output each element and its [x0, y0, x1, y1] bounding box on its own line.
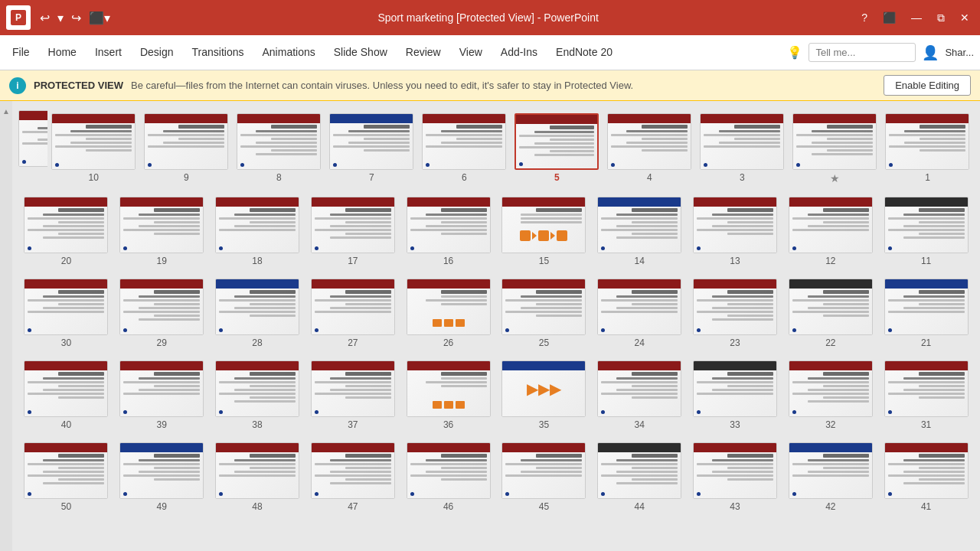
slide-item-29[interactable]: 29	[114, 276, 210, 351]
search-input[interactable]	[808, 43, 916, 62]
main-area: ▲ 109876543★1201918171615141312113029282…	[0, 101, 980, 551]
tab-home[interactable]: Home	[39, 35, 86, 70]
slide-thumb-24	[597, 279, 681, 335]
slide-item-17[interactable]: 17	[305, 194, 400, 269]
tab-addins[interactable]: Add-Ins	[492, 35, 547, 70]
slide-thumb-5	[514, 113, 599, 170]
slide-item-8[interactable]: 8	[233, 110, 325, 187]
restore-button[interactable]: ⧉	[933, 10, 949, 26]
slide-thumb-20	[24, 197, 108, 253]
tab-transitions[interactable]: Transitions	[183, 35, 253, 70]
slide-item-27[interactable]: 27	[305, 276, 400, 351]
slide-item-1[interactable]: 1	[881, 110, 974, 187]
minimize-button[interactable]: —	[906, 10, 926, 25]
slide-item-9[interactable]: 9	[140, 110, 233, 187]
slide-item-49[interactable]: 49	[114, 439, 210, 515]
tab-design[interactable]: Design	[131, 35, 183, 70]
tab-review[interactable]: Review	[397, 35, 450, 70]
slide-number-48: 48	[252, 501, 262, 512]
tab-insert[interactable]: Insert	[86, 35, 131, 70]
slide-item-21[interactable]: 21	[878, 276, 974, 351]
scroll-up-icon[interactable]: ▲	[2, 107, 10, 116]
slide-item-19[interactable]: 19	[114, 194, 210, 269]
quick-access-button[interactable]: ⬛▾	[86, 9, 113, 27]
slide-item-14[interactable]: 14	[592, 194, 688, 269]
slide-thumb-12	[789, 197, 873, 253]
undo-button[interactable]: ↩	[37, 9, 53, 27]
slide-item-20[interactable]: 20	[18, 194, 114, 269]
slide-item-33[interactable]: 33	[688, 357, 783, 433]
slide-item-43[interactable]: 43	[688, 439, 783, 515]
slide-item-30[interactable]: 30	[18, 276, 114, 351]
slide-number-12: 12	[825, 256, 835, 266]
slide-item-50[interactable]: 50	[18, 439, 114, 515]
close-button[interactable]: ✕	[956, 10, 974, 25]
slide-item-35[interactable]: ▶▶▶35	[496, 357, 592, 433]
slide-item-28[interactable]: 28	[210, 276, 305, 351]
slide-item-36[interactable]: 36	[400, 357, 496, 433]
slide-item-25[interactable]: 25	[496, 276, 592, 351]
slide-item-18[interactable]: 18	[210, 194, 305, 269]
tab-file[interactable]: File	[3, 35, 39, 70]
undo-dropdown[interactable]: ▾	[54, 9, 67, 27]
slide-thumb-34	[597, 360, 681, 417]
slide-item-38[interactable]: 38	[210, 357, 305, 433]
slide-number-24: 24	[635, 337, 645, 348]
slide-item-23[interactable]: 23	[688, 276, 783, 351]
slide-item-45[interactable]: 45	[496, 439, 592, 515]
slide-item-41[interactable]: 41	[878, 439, 974, 515]
slide-item-10[interactable]: 10	[47, 110, 140, 187]
slide-item-6[interactable]: 6	[418, 110, 511, 187]
tab-endnote[interactable]: EndNote 20	[547, 35, 622, 70]
slide-thumb-35: ▶▶▶	[501, 360, 586, 417]
slide-item-26[interactable]: 26	[400, 276, 496, 351]
slide-item-40[interactable]: 40	[18, 357, 114, 433]
slide-number-5: 5	[554, 172, 560, 183]
slide-thumb-42	[789, 442, 873, 499]
slide-item-13[interactable]: 13	[688, 194, 783, 269]
slide-item-31[interactable]: 31	[878, 357, 974, 433]
slide-number-23: 23	[730, 337, 740, 348]
slide-thumb-40	[24, 360, 108, 417]
slide-item-46[interactable]: 46	[400, 439, 496, 515]
tab-slideshow[interactable]: Slide Show	[325, 35, 397, 70]
slide-thumb-41	[884, 442, 969, 499]
slide-item-48[interactable]: 48	[210, 439, 305, 515]
slide-item-11[interactable]: 11	[878, 194, 974, 269]
slide-item-37[interactable]: 37	[305, 357, 400, 433]
slide-thumb-36	[407, 360, 491, 417]
slide-number-1: 1	[925, 172, 930, 183]
slide-item-15[interactable]: 15	[496, 194, 592, 269]
slide-item-47[interactable]: 47	[305, 439, 400, 515]
slide-item-44[interactable]: 44	[592, 439, 688, 515]
slide-item-22[interactable]: 22	[782, 276, 878, 351]
slide-item-39[interactable]: 39	[114, 357, 210, 433]
tab-view[interactable]: View	[450, 35, 492, 70]
slide-thumb-33	[693, 360, 777, 417]
slide-item-2[interactable]: ★	[789, 110, 881, 187]
slide-number-39: 39	[157, 419, 167, 430]
slide-item-32[interactable]: 32	[782, 357, 878, 433]
enable-editing-button[interactable]: Enable Editing	[884, 75, 971, 96]
slide-item-24[interactable]: 24	[592, 276, 688, 351]
slide-item-7[interactable]: 7	[325, 110, 418, 187]
ribbon: File Home Insert Design Transitions Anim…	[0, 35, 980, 70]
slide-item-5[interactable]: 5	[511, 110, 603, 187]
slide-row-0: 109876543★1	[18, 110, 974, 187]
slide-item-4[interactable]: 4	[603, 110, 696, 187]
slide-item-3[interactable]: 3	[696, 110, 789, 187]
tab-animations[interactable]: Animations	[253, 35, 324, 70]
slide-item-16[interactable]: 16	[400, 194, 496, 269]
slide-thumb-14	[597, 197, 681, 253]
slide-item-42[interactable]: 42	[782, 439, 878, 515]
slide-item-34[interactable]: 34	[592, 357, 688, 433]
redo-button[interactable]: ↪	[68, 9, 84, 27]
slide-thumb-2	[792, 113, 877, 170]
help-button[interactable]: ?	[857, 10, 872, 25]
star-icon: ★	[830, 172, 840, 184]
slide-item-12[interactable]: 12	[782, 194, 878, 269]
ribbon-display-button[interactable]: ⬛	[878, 10, 900, 25]
slide-number-3: 3	[740, 172, 745, 183]
slide-thumb-48	[215, 442, 299, 499]
slide-number-49: 49	[157, 501, 167, 512]
